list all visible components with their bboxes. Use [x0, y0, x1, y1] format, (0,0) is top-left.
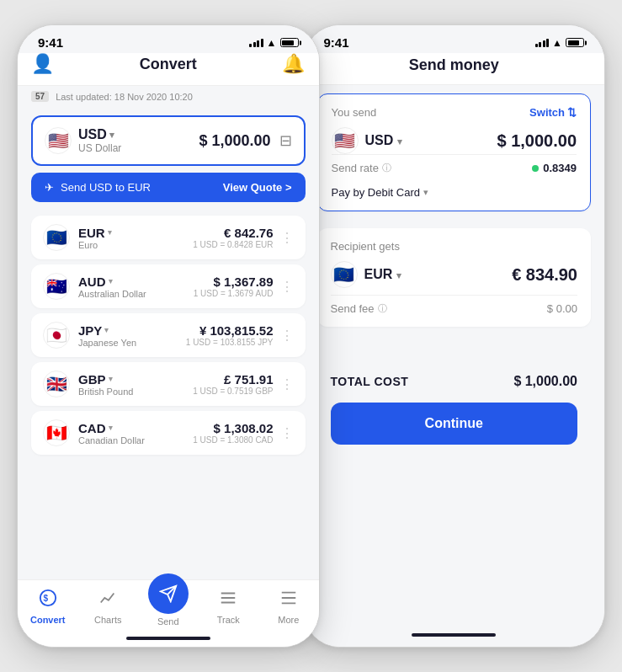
recipient-eur-code: EUR ▾	[364, 267, 401, 282]
status-bar-right: 9:41 ▲	[304, 25, 605, 53]
rate-green-dot	[532, 165, 539, 172]
wifi-icon-right: ▲	[552, 37, 562, 49]
send-money-title: Send money	[321, 56, 588, 74]
nav-item-send[interactable]: Send	[143, 587, 194, 627]
recipient-gets-section: Recipient gets 🇪🇺 EUR ▾ € 834.90 Send fe…	[317, 228, 592, 327]
track-nav-label: Track	[217, 615, 240, 625]
pay-method-selector[interactable]: Pay by Debit Card ▾	[332, 181, 577, 199]
total-cost-bar: TOTAL COST $ 1,000.00	[304, 360, 605, 403]
profile-icon[interactable]: 👤	[31, 53, 54, 75]
nav-item-charts[interactable]: Charts	[82, 589, 133, 625]
list-item[interactable]: 🇯🇵 JPY ▾ Japanese Yen ¥ 103,815.52 1 USD…	[31, 313, 306, 357]
convert-screen: 9:41 ▲ 👤 Convert	[18, 25, 319, 647]
send-usd-code: USD ▾	[365, 133, 402, 148]
send-fee-label: Send fee ⓘ	[331, 302, 387, 315]
last-updated-bar: 57 Last updated: 18 Nov 2020 10:20	[18, 86, 319, 107]
nav-item-more[interactable]: More	[263, 589, 314, 625]
right-phone: 9:41 ▲ Send money	[303, 24, 606, 648]
rate-info-icon[interactable]: ⓘ	[382, 162, 391, 174]
status-icons-right: ▲	[535, 37, 584, 49]
send-nav-label: Send	[157, 616, 179, 627]
track-nav-icon	[219, 589, 237, 612]
status-bar-left: 9:41 ▲	[18, 25, 319, 53]
jpy-code: JPY ▾	[78, 323, 136, 338]
convert-nav-label: Convert	[30, 615, 66, 625]
charts-nav-icon	[98, 589, 117, 612]
send-usd-flag: 🇺🇸	[332, 127, 359, 154]
charts-nav-label: Charts	[94, 615, 121, 625]
send-rate-row: Send rate ⓘ 0.8349	[332, 154, 577, 181]
base-currency-name: US Dollar	[78, 142, 121, 154]
you-send-section: You send Switch ⇅ 🇺🇸 USD ▾ $ 1,000.0	[317, 93, 592, 211]
convert-header: 👤 Convert 🔔	[18, 53, 319, 86]
calculator-icon[interactable]: ⊟	[279, 131, 292, 150]
list-item[interactable]: 🇦🇺 AUD ▾ Australian Dollar $ 1,367.89 1 …	[31, 264, 306, 308]
recipient-currency-row[interactable]: 🇪🇺 EUR ▾ € 834.90	[331, 261, 578, 288]
status-icons-left: ▲	[249, 37, 298, 49]
base-amount: $ 1,000.00	[199, 132, 270, 150]
home-indicator-right	[412, 633, 496, 637]
update-badge: 57	[31, 91, 49, 102]
send-bar-text: Send USD to EUR	[61, 181, 151, 194]
time-right: 9:41	[324, 35, 349, 50]
nav-item-convert[interactable]: $ Convert	[23, 589, 73, 625]
eur-menu-icon[interactable]: ⋮	[280, 230, 294, 246]
jpy-menu-icon[interactable]: ⋮	[280, 328, 294, 344]
base-currency-card[interactable]: 🇺🇸 USD ▾ US Dollar $ 1,000.00 ⊟	[31, 115, 306, 166]
send-currency-selector[interactable]: 🇺🇸 USD ▾ $ 1,000.00	[332, 127, 577, 154]
you-send-label: You send	[332, 106, 377, 119]
fee-info-icon[interactable]: ⓘ	[378, 302, 387, 315]
base-flag: 🇺🇸	[45, 127, 72, 154]
aud-code: AUD ▾	[78, 275, 146, 289]
battery-icon-right	[566, 38, 584, 47]
nav-item-track[interactable]: Track	[203, 589, 253, 625]
battery-icon	[280, 38, 299, 47]
svg-text:$: $	[43, 594, 48, 603]
recipient-eur-flag: 🇪🇺	[331, 261, 358, 288]
cad-menu-icon[interactable]: ⋮	[280, 425, 294, 441]
base-currency-code[interactable]: USD ▾	[78, 127, 121, 142]
send-rate-label: Send rate ⓘ	[332, 162, 391, 174]
recipient-gets-label: Recipient gets	[331, 240, 578, 253]
total-cost-amount: $ 1,000.00	[513, 374, 577, 389]
jpy-flag: 🇯🇵	[43, 322, 70, 349]
signal-icon	[249, 39, 263, 47]
more-nav-label: More	[278, 615, 299, 625]
time-left: 9:41	[38, 35, 63, 50]
send-bar[interactable]: ✈ Send USD to EUR View Quote >	[31, 173, 306, 202]
more-nav-icon	[279, 589, 298, 612]
send-plane-icon: ✈	[45, 181, 54, 194]
send-screen: 9:41 ▲ Send money	[304, 25, 605, 647]
convert-title: Convert	[140, 56, 197, 73]
view-quote-btn[interactable]: View Quote >	[223, 181, 292, 194]
signal-icon-right	[535, 39, 550, 47]
gbp-menu-icon[interactable]: ⋮	[280, 376, 294, 392]
list-item[interactable]: 🇬🇧 GBP ▾ British Pound £ 751.91 1 USD = …	[31, 362, 306, 406]
switch-btn[interactable]: Switch ⇅	[529, 106, 577, 119]
send-fee-value: $ 0.00	[547, 302, 577, 315]
recipient-eur-amount: € 834.90	[512, 265, 577, 285]
send-header: Send money	[304, 53, 605, 85]
currency-list: 🇪🇺 EUR ▾ Euro € 842.76 1 USD = 0.8428 EU…	[18, 209, 319, 461]
gbp-flag: 🇬🇧	[43, 371, 70, 397]
total-cost-label: TOTAL COST	[331, 375, 409, 388]
send-usd-amount: $ 1,000.00	[497, 131, 577, 151]
bell-icon[interactable]: 🔔	[282, 53, 305, 75]
convert-nav-icon: $	[39, 589, 57, 612]
cad-code: CAD ▾	[78, 421, 145, 435]
left-phone: 9:41 ▲ 👤 Convert	[17, 24, 320, 648]
continue-button[interactable]: Continue	[331, 403, 578, 445]
send-nav-btn[interactable]	[148, 573, 189, 614]
eur-flag: 🇪🇺	[43, 224, 70, 251]
gbp-code: GBP ▾	[78, 372, 133, 387]
home-indicator	[126, 637, 210, 640]
list-item[interactable]: 🇨🇦 CAD ▾ Canadian Dollar $ 1,308.02 1 US…	[31, 411, 306, 455]
list-item[interactable]: 🇪🇺 EUR ▾ Euro € 842.76 1 USD = 0.8428 EU…	[31, 216, 306, 259]
cad-flag: 🇨🇦	[43, 419, 70, 446]
send-rate-value: 0.8349	[532, 162, 577, 174]
aud-menu-icon[interactable]: ⋮	[280, 279, 294, 295]
aud-flag: 🇦🇺	[43, 273, 70, 300]
send-fee-row: Send fee ⓘ $ 0.00	[331, 295, 578, 315]
last-updated-text: Last updated: 18 Nov 2020 10:20	[56, 92, 193, 102]
eur-code: EUR ▾	[78, 226, 112, 240]
